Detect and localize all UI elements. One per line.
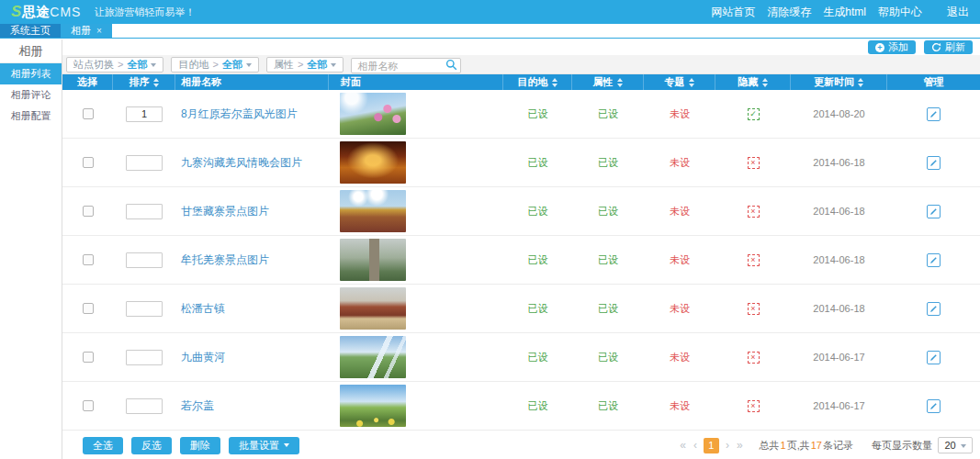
row-checkbox[interactable] (83, 352, 94, 363)
select-all-button[interactable]: 全选 (83, 437, 123, 454)
column-header-cover: 封面 (329, 74, 503, 90)
row-checkbox[interactable] (83, 303, 94, 314)
order-input[interactable] (126, 204, 163, 219)
sidebar-item-album-settings[interactable]: 相册配置 (0, 106, 62, 127)
cover-image[interactable] (340, 93, 406, 135)
column-header-dest[interactable]: 目的地 (503, 74, 572, 90)
edit-icon[interactable] (927, 205, 941, 218)
cover-image[interactable] (340, 190, 406, 232)
row-checkbox[interactable] (83, 206, 94, 217)
topic-status: 未设 (670, 399, 690, 413)
album-name-link[interactable]: 九曲黄河 (181, 350, 225, 365)
page-count: 1 (780, 440, 787, 451)
order-input[interactable] (126, 398, 163, 414)
table-row: 甘堡藏寨景点图片已设已设未设×2014-06-18 (62, 187, 980, 236)
last-page-button[interactable]: » (733, 439, 747, 452)
row-checkbox[interactable] (83, 108, 94, 119)
current-page-button[interactable]: 1 (704, 438, 719, 453)
order-input[interactable] (126, 350, 163, 365)
top-bar: S 思途 CMS 让旅游营销轻而易举！ 网站首页 清除缓存 生成html 帮助中… (0, 0, 980, 24)
column-header-attr[interactable]: 属性 (572, 74, 644, 90)
row-checkbox[interactable] (83, 157, 94, 168)
column-header-name: 相册名称 (175, 74, 329, 90)
album-name-link[interactable]: 松潘古镇 (181, 301, 225, 317)
attribute-status: 已设 (598, 351, 618, 364)
link-clear-cache[interactable]: 清除缓存 (767, 5, 811, 20)
search-icon[interactable] (445, 59, 457, 71)
column-header-time[interactable]: 更新时间 (791, 74, 887, 90)
tab-system-home[interactable]: 系统主页 (0, 24, 61, 38)
attribute-dropdown[interactable]: 属性 > 全部 (266, 57, 344, 73)
link-generate-html[interactable]: 生成html (823, 5, 866, 20)
sort-icon (617, 78, 623, 87)
pencil-icon (929, 402, 938, 410)
table-row: 松潘古镇已设已设未设×2014-06-18 (62, 285, 980, 333)
link-help-center[interactable]: 帮助中心 (878, 5, 922, 20)
column-label: 相册名称 (181, 75, 221, 89)
main-content: + 添加 刷新 站点切换 > 全部 目的地 > 全部 属性 > 全部 (62, 39, 980, 459)
table-header: 选择排序相册名称封面目的地属性专题隐藏更新时间管理 (62, 74, 980, 90)
sidebar-item-album-list[interactable]: 相册列表 (0, 63, 62, 84)
add-button[interactable]: + 添加 (868, 40, 916, 54)
delete-button[interactable]: 删除 (180, 437, 220, 454)
refresh-button[interactable]: 刷新 (924, 40, 973, 54)
cross-icon[interactable]: × (748, 352, 760, 364)
order-input[interactable] (126, 155, 163, 171)
album-name-link[interactable]: 甘堡藏寨景点图片 (181, 204, 269, 219)
column-header-hidden[interactable]: 隐藏 (715, 74, 791, 90)
row-checkbox[interactable] (83, 400, 94, 411)
cross-icon[interactable]: × (748, 303, 760, 315)
edit-icon[interactable] (927, 253, 941, 267)
edit-icon[interactable] (927, 351, 941, 364)
tab-close-icon[interactable]: × (96, 24, 102, 38)
edit-icon[interactable] (927, 302, 941, 316)
tab-album[interactable]: 相册 × (61, 24, 112, 38)
cross-icon[interactable]: × (748, 206, 760, 218)
check-icon[interactable]: ✓ (748, 108, 760, 120)
order-input[interactable] (126, 252, 163, 268)
album-name-link[interactable]: 牟托羌寨景点图片 (181, 252, 269, 268)
search-input[interactable] (351, 58, 461, 73)
first-page-button[interactable]: « (676, 439, 690, 452)
column-header-order[interactable]: 排序 (113, 74, 175, 90)
cross-icon[interactable]: × (748, 157, 760, 169)
cover-image[interactable] (340, 385, 406, 427)
search-box (351, 57, 461, 73)
cross-icon[interactable]: × (748, 254, 760, 266)
column-label: 目的地 (518, 75, 548, 89)
column-label: 更新时间 (814, 75, 854, 89)
next-page-button[interactable]: › (722, 439, 733, 452)
table-row: 九曲黄河已设已设未设×2014-06-17 (62, 333, 980, 382)
updated-date: 2014-08-20 (813, 108, 864, 119)
edit-icon[interactable] (927, 399, 941, 413)
order-input[interactable] (126, 106, 163, 122)
page-size-select[interactable]: 20 (938, 437, 973, 453)
album-name-link[interactable]: 九寨沟藏羌风情晚会图片 (181, 155, 302, 171)
column-header-topic[interactable]: 专题 (644, 74, 715, 90)
edit-icon[interactable] (927, 107, 941, 121)
cover-image[interactable] (340, 141, 406, 184)
cover-image[interactable] (340, 287, 406, 330)
sort-icon (762, 78, 768, 87)
table-row: 牟托羌寨景点图片已设已设未设×2014-06-18 (62, 236, 980, 285)
batch-set-button[interactable]: 批量设置 (229, 437, 299, 454)
album-name-link[interactable]: 若尔盖 (181, 398, 214, 414)
cover-image[interactable] (340, 239, 406, 281)
cover-image[interactable] (340, 336, 406, 378)
destination-dropdown[interactable]: 目的地 > 全部 (171, 57, 258, 73)
site-switch-dropdown[interactable]: 站点切换 > 全部 (66, 57, 163, 73)
invert-select-button[interactable]: 反选 (131, 437, 172, 454)
prev-page-button[interactable]: ‹ (690, 439, 701, 452)
order-input[interactable] (126, 301, 163, 317)
top-links: 网站首页 清除缓存 生成html 帮助中心 退出 (711, 5, 969, 20)
album-name-link[interactable]: 8月红原若尔盖风光图片 (181, 106, 298, 122)
edit-icon[interactable] (927, 156, 941, 170)
refresh-icon (931, 42, 941, 52)
footer-bar: 全选 反选 删除 批量设置 « ‹ 1 › » 总共1页,共17条记录 每页显示… (62, 431, 980, 459)
link-site-home[interactable]: 网站首页 (711, 5, 755, 20)
row-checkbox[interactable] (83, 254, 94, 265)
updated-date: 2014-06-18 (813, 206, 864, 217)
sidebar-item-album-comments[interactable]: 相册评论 (0, 84, 62, 106)
link-logout[interactable]: 退出 (947, 5, 969, 20)
cross-icon[interactable]: × (748, 400, 760, 412)
